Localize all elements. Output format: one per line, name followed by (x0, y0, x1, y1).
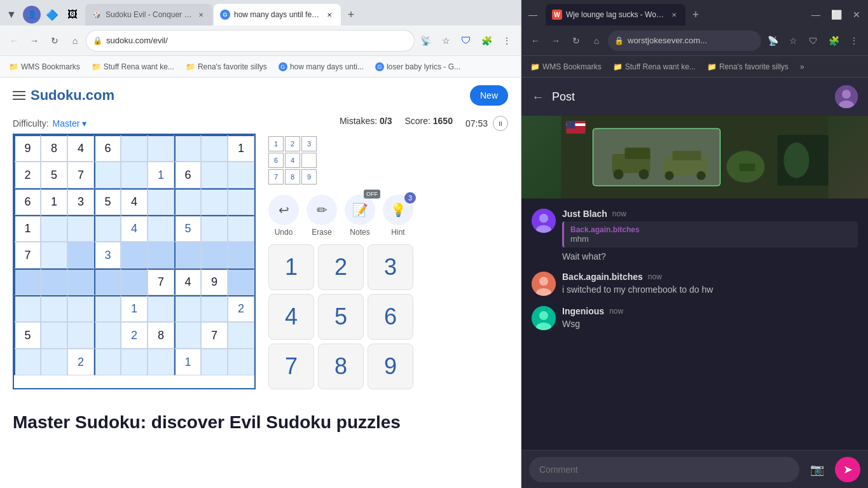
home-button[interactable]: ⌂ (66, 32, 84, 50)
user-avatar[interactable] (835, 85, 858, 108)
cast-icon[interactable]: 📡 (417, 32, 434, 50)
right-extensions-icon[interactable]: 🧩 (825, 32, 843, 50)
sudoku-grid[interactable]: 9846125716613541457374912528721 (13, 134, 256, 389)
sudoku-cell-7-6[interactable] (174, 322, 201, 349)
right-minimize[interactable]: — (524, 6, 542, 24)
forward-button[interactable]: → (25, 32, 43, 50)
sudoku-cell-4-0[interactable]: 7 (14, 242, 41, 268)
just-blach-avatar[interactable] (532, 209, 556, 233)
sudoku-cell-2-5[interactable] (148, 188, 174, 215)
sudoku-cell-1-6[interactable]: 6 (174, 162, 201, 188)
sudoku-cell-0-7[interactable] (201, 135, 228, 162)
sudoku-cell-5-8[interactable] (228, 268, 254, 295)
sudoku-cell-5-3[interactable] (94, 268, 121, 295)
new-tab-button[interactable]: + (342, 6, 360, 24)
right-new-tab-button[interactable]: + (687, 6, 705, 24)
sudoku-cell-7-3[interactable] (94, 322, 121, 349)
sudoku-cell-5-5[interactable]: 7 (148, 268, 174, 295)
camera-button[interactable]: 📷 (806, 458, 829, 481)
sudoku-cell-6-8[interactable]: 2 (228, 295, 254, 322)
notes-button[interactable]: 📝 OFF Notes (345, 195, 375, 237)
sudoku-cell-3-6[interactable]: 5 (174, 215, 201, 242)
undo-button[interactable]: ↩ Undo (268, 195, 299, 237)
num-6[interactable]: 6 (368, 294, 413, 340)
sudoku-cell-2-2[interactable]: 3 (67, 188, 94, 215)
right-bookmark-wms[interactable]: 📁 WMS Bookmarks (527, 61, 605, 73)
num-3[interactable]: 3 (368, 244, 413, 290)
sudoku-cell-3-5[interactable] (148, 215, 174, 242)
sudoku-cell-6-5[interactable] (148, 295, 174, 322)
sudoku-cell-8-5[interactable] (148, 349, 174, 375)
sudoku-cell-8-6[interactable]: 1 (174, 349, 201, 375)
sudoku-cell-6-2[interactable] (67, 295, 94, 322)
sudoku-cell-4-8[interactable] (228, 242, 254, 268)
sudoku-cell-4-5[interactable] (148, 242, 174, 268)
sudoku-cell-6-3[interactable] (94, 295, 121, 322)
sudoku-cell-0-6[interactable] (174, 135, 201, 162)
right-reload-button[interactable]: ↻ (567, 32, 585, 50)
sudoku-cell-0-0[interactable]: 9 (14, 135, 41, 162)
num-7[interactable]: 7 (268, 344, 314, 389)
sudoku-cell-7-8[interactable] (228, 322, 254, 349)
sudoku-cell-0-1[interactable]: 8 (41, 135, 67, 162)
right-bookmark-stuff[interactable]: 📁 Stuff Rena want ke... (609, 61, 699, 73)
sudoku-cell-7-1[interactable] (41, 322, 67, 349)
num-4[interactable]: 4 (268, 294, 314, 340)
comment-input-field[interactable] (529, 457, 799, 482)
right-forward-button[interactable]: → (547, 32, 565, 50)
erase-button[interactable]: ✏ Erase (307, 195, 337, 237)
sudoku-cell-1-2[interactable]: 7 (67, 162, 94, 188)
sudoku-cell-0-2[interactable]: 4 (67, 135, 94, 162)
sudoku-cell-3-1[interactable] (41, 215, 67, 242)
right-tab-1[interactable]: W Wje lounge lag sucks - Worst J... ✕ (546, 4, 685, 25)
sudoku-cell-4-1[interactable] (41, 242, 67, 268)
back-again-avatar[interactable] (532, 272, 556, 296)
bookmark-stuff[interactable]: 📁 Stuff Rena want ke... (88, 61, 178, 73)
sudoku-cell-7-0[interactable]: 5 (14, 322, 41, 349)
right-address-bar[interactable]: 🔒 worstjokesever.com... (608, 31, 761, 51)
sudoku-cell-3-4[interactable]: 4 (121, 215, 148, 242)
sudoku-cell-1-5[interactable]: 1 (148, 162, 174, 188)
sudoku-cell-6-6[interactable] (174, 295, 201, 322)
sudoku-cell-4-3[interactable]: 3 (94, 242, 121, 268)
sudoku-cell-7-5[interactable]: 8 (148, 322, 174, 349)
sudoku-cell-4-7[interactable] (201, 242, 228, 268)
sudoku-cell-3-2[interactable] (67, 215, 94, 242)
sudoku-cell-2-1[interactable]: 1 (41, 188, 67, 215)
sudoku-cell-1-3[interactable] (94, 162, 121, 188)
sudoku-cell-3-8[interactable] (228, 215, 254, 242)
sudoku-cell-2-3[interactable]: 5 (94, 188, 121, 215)
bookmark-rena[interactable]: 📁 Rena's favorite sillys (182, 61, 271, 73)
right-home-button[interactable]: ⌂ (588, 32, 605, 50)
right-bookmark-more[interactable]: » (796, 61, 808, 73)
sudoku-cell-3-3[interactable] (94, 215, 121, 242)
sudoku-cell-5-6[interactable]: 4 (174, 268, 201, 295)
sudoku-cell-4-6[interactable] (174, 242, 201, 268)
pause-button[interactable]: ⏸ (493, 116, 508, 131)
left-tab-2[interactable]: G how many days until february 1 ✕ (214, 4, 341, 25)
maximize-button[interactable]: ⬜ (827, 6, 845, 24)
send-button[interactable]: ➤ (835, 457, 860, 482)
sudoku-cell-8-7[interactable] (201, 349, 228, 375)
sudoku-cell-0-3[interactable]: 6 (94, 135, 121, 162)
chrome-menu-icon[interactable]: ▼ (3, 6, 20, 24)
sudoku-cell-7-4[interactable]: 2 (121, 322, 148, 349)
sudoku-cell-1-8[interactable] (228, 162, 254, 188)
photos-icon[interactable]: 🖼 (64, 6, 81, 24)
bitwarden-icon[interactable]: 🛡 (457, 32, 475, 50)
sudoku-cell-5-1[interactable] (41, 268, 67, 295)
reload-button[interactable]: ↻ (46, 32, 64, 50)
sudoku-cell-6-4[interactable]: 1 (121, 295, 148, 322)
sudoku-cell-5-4[interactable] (121, 268, 148, 295)
sudoku-cell-1-7[interactable] (201, 162, 228, 188)
close-button[interactable]: ✕ (848, 6, 865, 24)
sudoku-cell-8-4[interactable] (121, 349, 148, 375)
sudoku-cell-2-8[interactable] (228, 188, 254, 215)
ingenious-avatar[interactable] (532, 306, 556, 330)
num-1[interactable]: 1 (268, 244, 314, 290)
left-tab-1[interactable]: 🎲 Sudoku Evil - Conquer the Mas... ✕ (85, 4, 212, 25)
sudoku-cell-6-1[interactable] (41, 295, 67, 322)
sudoku-cell-3-0[interactable]: 1 (14, 215, 41, 242)
num-9[interactable]: 9 (368, 344, 413, 389)
post-back-button[interactable]: ← (532, 90, 544, 104)
